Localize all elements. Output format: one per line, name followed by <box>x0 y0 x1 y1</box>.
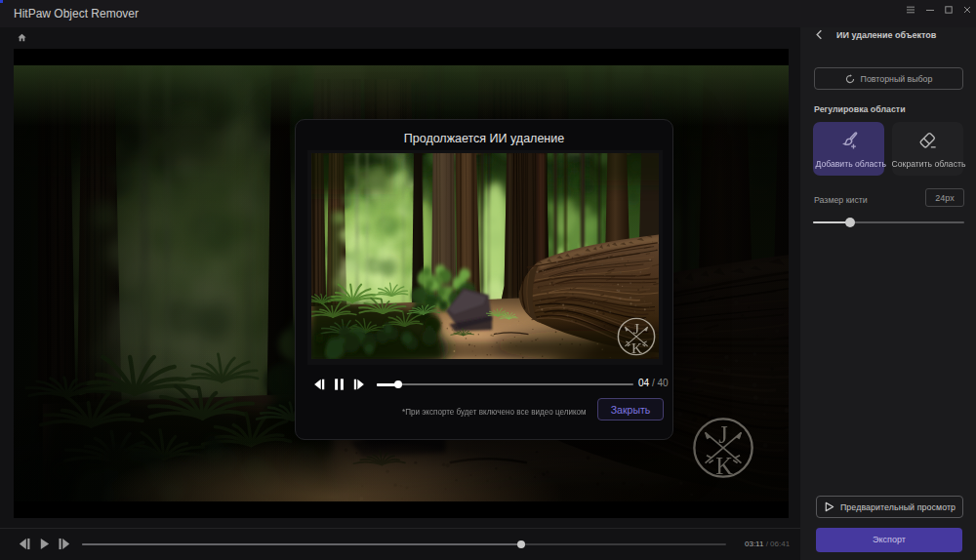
svg-text:K: K <box>631 340 642 356</box>
svg-text:J: J <box>633 320 639 337</box>
svg-text:J: J <box>718 421 727 448</box>
svg-text:K: K <box>715 453 733 479</box>
